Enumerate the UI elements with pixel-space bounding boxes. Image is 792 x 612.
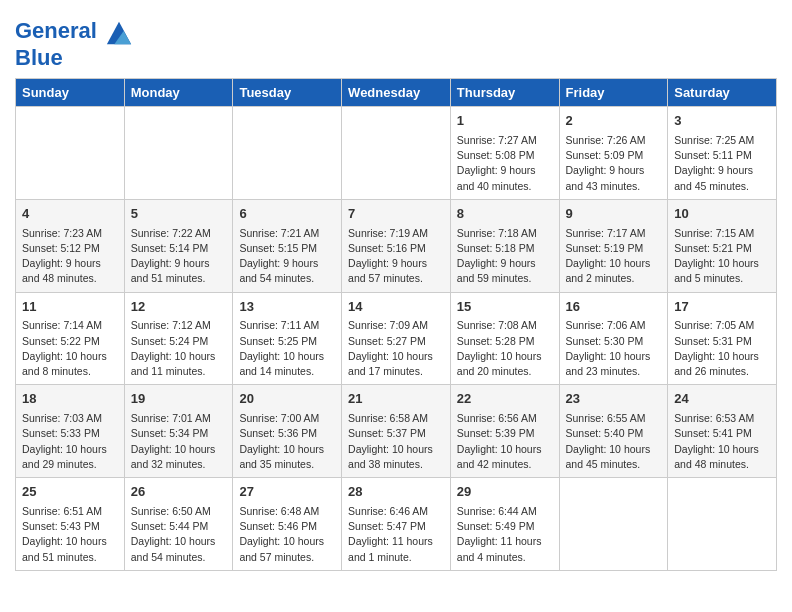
weekday-header: Tuesday — [233, 79, 342, 107]
day-info: Daylight: 10 hours — [131, 534, 227, 549]
day-info: Sunrise: 7:25 AM — [674, 133, 770, 148]
calendar-cell: 18Sunrise: 7:03 AMSunset: 5:33 PMDayligh… — [16, 385, 125, 478]
day-info: Daylight: 10 hours — [566, 442, 662, 457]
day-info: Sunrise: 7:05 AM — [674, 318, 770, 333]
day-info: Sunset: 5:47 PM — [348, 519, 444, 534]
weekday-header: Friday — [559, 79, 668, 107]
calendar-cell: 16Sunrise: 7:06 AMSunset: 5:30 PMDayligh… — [559, 292, 668, 385]
calendar-cell: 27Sunrise: 6:48 AMSunset: 5:46 PMDayligh… — [233, 478, 342, 571]
calendar-cell: 14Sunrise: 7:09 AMSunset: 5:27 PMDayligh… — [342, 292, 451, 385]
day-number: 12 — [131, 298, 227, 317]
calendar-cell: 24Sunrise: 6:53 AMSunset: 5:41 PMDayligh… — [668, 385, 777, 478]
day-info: Daylight: 10 hours — [131, 349, 227, 364]
day-info: Sunset: 5:36 PM — [239, 426, 335, 441]
weekday-header: Monday — [124, 79, 233, 107]
calendar-cell: 6Sunrise: 7:21 AMSunset: 5:15 PMDaylight… — [233, 199, 342, 292]
day-info: and 32 minutes. — [131, 457, 227, 472]
calendar-cell: 11Sunrise: 7:14 AMSunset: 5:22 PMDayligh… — [16, 292, 125, 385]
day-info: Sunset: 5:43 PM — [22, 519, 118, 534]
day-info: Daylight: 10 hours — [457, 442, 553, 457]
calendar-cell — [124, 107, 233, 200]
day-info: Sunrise: 7:15 AM — [674, 226, 770, 241]
calendar-cell: 21Sunrise: 6:58 AMSunset: 5:37 PMDayligh… — [342, 385, 451, 478]
day-info: and 45 minutes. — [566, 457, 662, 472]
day-info: Sunset: 5:27 PM — [348, 334, 444, 349]
day-info: Daylight: 9 hours — [239, 256, 335, 271]
day-info: Sunrise: 6:50 AM — [131, 504, 227, 519]
logo-text2: Blue — [15, 46, 133, 70]
day-info: and 51 minutes. — [131, 271, 227, 286]
day-info: Sunset: 5:31 PM — [674, 334, 770, 349]
calendar-cell: 19Sunrise: 7:01 AMSunset: 5:34 PMDayligh… — [124, 385, 233, 478]
day-info: Daylight: 9 hours — [22, 256, 118, 271]
weekday-header: Sunday — [16, 79, 125, 107]
day-info: Sunrise: 7:00 AM — [239, 411, 335, 426]
day-info: Sunset: 5:28 PM — [457, 334, 553, 349]
day-info: Daylight: 10 hours — [22, 534, 118, 549]
day-info: and 20 minutes. — [457, 364, 553, 379]
day-number: 9 — [566, 205, 662, 224]
day-info: and 4 minutes. — [457, 550, 553, 565]
calendar-cell: 28Sunrise: 6:46 AMSunset: 5:47 PMDayligh… — [342, 478, 451, 571]
day-info: and 5 minutes. — [674, 271, 770, 286]
day-info: Daylight: 10 hours — [674, 442, 770, 457]
day-info: Sunset: 5:40 PM — [566, 426, 662, 441]
day-info: Sunrise: 7:08 AM — [457, 318, 553, 333]
day-info: Sunset: 5:24 PM — [131, 334, 227, 349]
day-number: 26 — [131, 483, 227, 502]
day-number: 5 — [131, 205, 227, 224]
calendar-week-row: 4Sunrise: 7:23 AMSunset: 5:12 PMDaylight… — [16, 199, 777, 292]
day-info: Daylight: 10 hours — [566, 349, 662, 364]
calendar-cell: 20Sunrise: 7:00 AMSunset: 5:36 PMDayligh… — [233, 385, 342, 478]
day-info: Sunrise: 6:56 AM — [457, 411, 553, 426]
day-info: Sunset: 5:16 PM — [348, 241, 444, 256]
calendar-cell: 15Sunrise: 7:08 AMSunset: 5:28 PMDayligh… — [450, 292, 559, 385]
day-info: and 42 minutes. — [457, 457, 553, 472]
day-number: 15 — [457, 298, 553, 317]
day-info: Daylight: 9 hours — [566, 163, 662, 178]
day-info: and 51 minutes. — [22, 550, 118, 565]
day-info: Sunset: 5:30 PM — [566, 334, 662, 349]
day-number: 22 — [457, 390, 553, 409]
day-info: and 35 minutes. — [239, 457, 335, 472]
calendar-week-row: 18Sunrise: 7:03 AMSunset: 5:33 PMDayligh… — [16, 385, 777, 478]
day-info: Sunrise: 7:12 AM — [131, 318, 227, 333]
page-header: General Blue — [15, 10, 777, 70]
day-info: Sunset: 5:09 PM — [566, 148, 662, 163]
calendar-cell: 3Sunrise: 7:25 AMSunset: 5:11 PMDaylight… — [668, 107, 777, 200]
day-info: and 57 minutes. — [239, 550, 335, 565]
day-info: Sunrise: 7:17 AM — [566, 226, 662, 241]
day-info: and 8 minutes. — [22, 364, 118, 379]
calendar-cell: 9Sunrise: 7:17 AMSunset: 5:19 PMDaylight… — [559, 199, 668, 292]
day-info: Sunrise: 7:26 AM — [566, 133, 662, 148]
day-info: Sunrise: 7:27 AM — [457, 133, 553, 148]
day-info: Sunset: 5:15 PM — [239, 241, 335, 256]
calendar-week-row: 11Sunrise: 7:14 AMSunset: 5:22 PMDayligh… — [16, 292, 777, 385]
day-number: 23 — [566, 390, 662, 409]
weekday-header: Thursday — [450, 79, 559, 107]
weekday-header: Wednesday — [342, 79, 451, 107]
day-info: Sunset: 5:11 PM — [674, 148, 770, 163]
day-number: 27 — [239, 483, 335, 502]
logo: General Blue — [15, 18, 133, 70]
day-info: and 29 minutes. — [22, 457, 118, 472]
calendar-cell — [233, 107, 342, 200]
day-info: Sunrise: 6:46 AM — [348, 504, 444, 519]
logo-text: General — [15, 18, 133, 46]
day-number: 1 — [457, 112, 553, 131]
day-info: Daylight: 9 hours — [674, 163, 770, 178]
day-number: 29 — [457, 483, 553, 502]
calendar-cell: 22Sunrise: 6:56 AMSunset: 5:39 PMDayligh… — [450, 385, 559, 478]
day-info: Sunset: 5:37 PM — [348, 426, 444, 441]
day-number: 17 — [674, 298, 770, 317]
calendar-week-row: 25Sunrise: 6:51 AMSunset: 5:43 PMDayligh… — [16, 478, 777, 571]
day-info: Sunset: 5:41 PM — [674, 426, 770, 441]
day-info: Daylight: 9 hours — [457, 163, 553, 178]
day-info: and 45 minutes. — [674, 179, 770, 194]
day-info: and 11 minutes. — [131, 364, 227, 379]
day-number: 14 — [348, 298, 444, 317]
calendar-cell: 7Sunrise: 7:19 AMSunset: 5:16 PMDaylight… — [342, 199, 451, 292]
day-info: Sunset: 5:39 PM — [457, 426, 553, 441]
calendar-cell: 4Sunrise: 7:23 AMSunset: 5:12 PMDaylight… — [16, 199, 125, 292]
day-number: 28 — [348, 483, 444, 502]
